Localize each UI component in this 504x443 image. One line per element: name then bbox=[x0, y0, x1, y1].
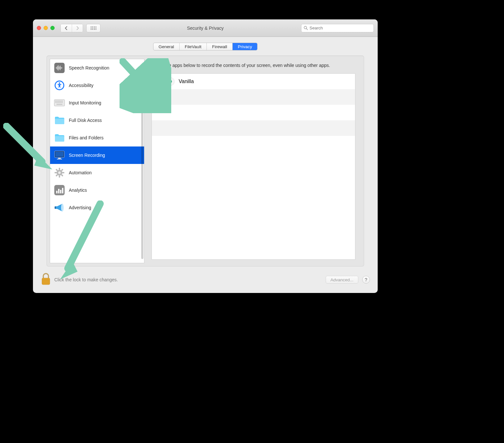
checkbox[interactable] bbox=[156, 79, 162, 84]
sidebar-item-label: Analytics bbox=[69, 188, 87, 193]
svg-point-10 bbox=[94, 29, 95, 30]
show-all-button[interactable] bbox=[86, 24, 100, 32]
svg-rect-48 bbox=[55, 172, 57, 173]
svg-point-9 bbox=[92, 29, 93, 30]
svg-point-63 bbox=[169, 80, 172, 83]
svg-rect-30 bbox=[60, 101, 61, 102]
sidebar-item-full-disk-access[interactable]: Full Disk Access bbox=[50, 112, 144, 129]
svg-rect-49 bbox=[62, 172, 64, 173]
sidebar-item-label: Screen Recording bbox=[69, 153, 105, 158]
sidebar-container: Speech Recognition Accessibility Input M… bbox=[47, 56, 144, 266]
search-field[interactable] bbox=[301, 24, 374, 32]
titlebar: Security & Privacy bbox=[33, 19, 378, 37]
app-row-vanilla[interactable]: Vanilla bbox=[152, 74, 355, 89]
svg-rect-47 bbox=[59, 176, 60, 178]
help-button[interactable]: ? bbox=[362, 276, 370, 284]
svg-rect-42 bbox=[55, 152, 64, 157]
svg-rect-32 bbox=[55, 102, 56, 103]
forward-button[interactable] bbox=[72, 24, 83, 32]
svg-point-3 bbox=[96, 26, 96, 27]
svg-point-60 bbox=[61, 204, 64, 211]
tab-bar: General FileVault Firewall Privacy bbox=[33, 37, 378, 56]
tab-firewall[interactable]: Firewall bbox=[206, 43, 232, 50]
tab-filevault[interactable]: FileVault bbox=[179, 43, 207, 50]
svg-point-24 bbox=[59, 82, 60, 84]
search-icon bbox=[304, 26, 308, 30]
waveform-icon bbox=[54, 62, 65, 73]
tab-general[interactable]: General bbox=[153, 43, 179, 50]
preferences-window: Security & Privacy General FileVault Fir… bbox=[33, 19, 378, 293]
svg-point-1 bbox=[92, 26, 93, 27]
sidebar-item-label: Files and Folders bbox=[69, 135, 103, 140]
svg-rect-59 bbox=[62, 188, 63, 193]
sidebar-item-label: Input Monitoring bbox=[69, 100, 101, 105]
app-row-empty bbox=[152, 105, 355, 120]
content-frame: Speech Recognition Accessibility Input M… bbox=[47, 56, 364, 266]
svg-rect-40 bbox=[55, 136, 64, 142]
display-icon bbox=[54, 150, 65, 161]
app-row-empty bbox=[152, 136, 355, 151]
sidebar-item-screen-recording[interactable]: Screen Recording bbox=[50, 146, 144, 164]
svg-point-54 bbox=[58, 171, 61, 174]
search-input[interactable] bbox=[310, 26, 371, 30]
back-button[interactable] bbox=[61, 24, 72, 32]
sidebar-item-label: Accessibility bbox=[69, 83, 93, 88]
sidebar-item-label: Full Disk Access bbox=[69, 118, 102, 123]
folder-icon bbox=[54, 132, 65, 143]
svg-rect-39 bbox=[55, 119, 64, 124]
advanced-button[interactable]: Advanced... bbox=[326, 276, 358, 284]
app-name: Vanilla bbox=[179, 79, 194, 84]
svg-rect-57 bbox=[58, 189, 59, 193]
sidebar-item-advertising[interactable]: Advertising bbox=[50, 199, 144, 216]
svg-rect-29 bbox=[59, 101, 60, 102]
vanilla-dot-icon bbox=[166, 77, 175, 86]
close-button[interactable] bbox=[37, 26, 41, 30]
sidebar-item-input-monitoring[interactable]: Input Monitoring bbox=[50, 94, 144, 112]
svg-point-11 bbox=[96, 29, 96, 30]
svg-point-5 bbox=[92, 27, 93, 28]
sidebar-item-analytics[interactable]: Analytics bbox=[50, 181, 144, 199]
keyboard-icon bbox=[54, 97, 65, 108]
svg-rect-14 bbox=[54, 63, 65, 73]
maximize-button[interactable] bbox=[50, 26, 55, 30]
svg-point-7 bbox=[96, 27, 96, 28]
pane-description: Allow the apps below to record the conte… bbox=[152, 62, 355, 73]
sidebar-item-automation[interactable]: Automation bbox=[50, 164, 144, 181]
svg-rect-31 bbox=[62, 101, 63, 102]
app-list: Vanilla bbox=[152, 73, 355, 260]
svg-rect-28 bbox=[58, 101, 59, 102]
svg-rect-58 bbox=[60, 190, 61, 193]
svg-line-13 bbox=[306, 28, 308, 30]
app-row-empty bbox=[152, 89, 355, 105]
sidebar-item-label: Advertising bbox=[69, 205, 91, 210]
folder-icon bbox=[54, 115, 65, 126]
gear-icon bbox=[54, 167, 65, 178]
svg-rect-27 bbox=[57, 101, 58, 102]
footer: Click the lock to make changes. Advanced… bbox=[41, 272, 370, 287]
svg-point-4 bbox=[91, 27, 92, 28]
svg-rect-44 bbox=[57, 159, 62, 159]
svg-point-8 bbox=[91, 29, 92, 30]
privacy-sidebar: Speech Recognition Accessibility Input M… bbox=[50, 59, 144, 263]
svg-rect-26 bbox=[55, 101, 56, 102]
sidebar-scrollbar[interactable] bbox=[141, 72, 143, 259]
sidebar-item-label: Automation bbox=[69, 170, 92, 175]
svg-rect-43 bbox=[58, 158, 61, 159]
svg-rect-64 bbox=[42, 278, 50, 285]
chart-icon bbox=[54, 185, 65, 196]
svg-point-2 bbox=[94, 26, 95, 27]
tab-privacy[interactable]: Privacy bbox=[232, 43, 257, 50]
svg-rect-34 bbox=[58, 102, 59, 103]
svg-rect-56 bbox=[56, 191, 58, 193]
svg-rect-35 bbox=[59, 102, 60, 103]
sidebar-item-speech-recognition[interactable]: Speech Recognition bbox=[50, 59, 144, 77]
sidebar-item-files-and-folders[interactable]: Files and Folders bbox=[50, 129, 144, 146]
nav-buttons bbox=[60, 24, 83, 32]
svg-rect-36 bbox=[60, 102, 61, 103]
sidebar-item-accessibility[interactable]: Accessibility bbox=[50, 77, 144, 94]
sidebar-item-label: Speech Recognition bbox=[69, 65, 109, 70]
svg-point-0 bbox=[91, 26, 92, 27]
minimize-button[interactable] bbox=[44, 26, 48, 30]
lock-icon[interactable] bbox=[41, 273, 51, 286]
lock-label: Click the lock to make changes. bbox=[54, 277, 118, 282]
